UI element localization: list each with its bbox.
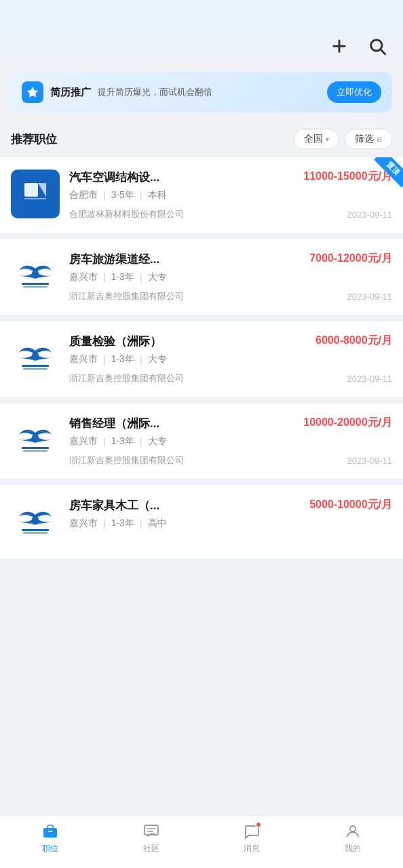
job-info-2: 房车旅游渠道经... 7000-12000元/月 嘉兴市 | 1-3年 | 大专… — [69, 252, 392, 302]
job-education-5: 高中 — [148, 517, 167, 530]
svg-rect-14 — [22, 447, 49, 449]
job-salary-2: 7000-12000元/月 — [309, 252, 392, 266]
job-salary-5: 5000-10000元/月 — [309, 498, 392, 512]
job-tags-2: 嘉兴市 | 1-3年 | 大专 — [69, 271, 392, 283]
filter-buttons: 全国 ▾ 筛选 ⊟ — [294, 129, 392, 149]
job-location-1: 合肥市 — [69, 189, 98, 201]
resume-promote-icon — [22, 81, 43, 103]
job-card-2[interactable]: 房车旅游渠道经... 7000-12000元/月 嘉兴市 | 1-3年 | 大专… — [0, 239, 403, 315]
job-card-3[interactable]: 质量检验（洲际） 6000-8000元/月 嘉兴市 | 1-3年 | 大专 浙江… — [0, 321, 403, 397]
community-icon — [142, 823, 160, 840]
filter-icon: ⊟ — [377, 136, 382, 143]
job-salary-3: 6000-8000元/月 — [315, 334, 392, 348]
job-info-4: 销售经理（洲际... 10000-20000元/月 嘉兴市 | 1-3年 | 大… — [69, 416, 392, 467]
svg-rect-12 — [23, 368, 47, 370]
svg-line-3 — [381, 50, 385, 54]
svg-point-7 — [32, 270, 39, 277]
region-filter-button[interactable]: 全国 ▾ — [294, 129, 339, 149]
job-title-1: 汽车空调结构设... — [69, 170, 298, 185]
resume-promote-banner[interactable]: 简历推广 提升简历爆光，面试机会翻倍 立即优化 — [11, 72, 392, 113]
job-experience-1: 3-5年 — [111, 189, 134, 201]
company-logo-1 — [11, 170, 60, 218]
job-tags-4: 嘉兴市 | 1-3年 | 大专 — [69, 435, 392, 448]
company-name-2: 浙江新吉奥控股集团有限公司 — [69, 290, 184, 302]
svg-rect-17 — [22, 529, 49, 531]
job-experience-2: 1-3年 — [111, 271, 134, 283]
nav-community[interactable]: 社区 — [131, 823, 172, 854]
filter-button[interactable]: 筛选 ⊟ — [345, 129, 392, 149]
job-education-4: 大专 — [148, 435, 167, 448]
job-list: 置顶 汽车空调结构设... 11000-15000元/月 — [0, 157, 403, 559]
job-experience-5: 1-3年 — [111, 517, 134, 530]
banner-optimize-button[interactable]: 立即优化 — [327, 81, 381, 103]
nav-profile[interactable]: 我的 — [332, 823, 373, 854]
section-header: 推荐职位 全国 ▾ 筛选 ⊟ — [0, 123, 403, 157]
job-tags-3: 嘉兴市 | 1-3年 | 大专 — [69, 353, 392, 366]
top-badge: 置顶 — [368, 157, 403, 193]
nav-profile-label: 我的 — [345, 843, 361, 854]
nav-job-label: 职位 — [42, 843, 58, 854]
profile-icon — [344, 823, 362, 840]
job-title-2: 房车旅游渠道经... — [69, 252, 304, 267]
svg-rect-8 — [22, 283, 49, 285]
nav-message[interactable]: 消息 — [231, 823, 272, 854]
job-salary-4: 10000-20000元/月 — [303, 416, 392, 430]
company-name-1: 合肥波林新材料股份有限公司 — [69, 208, 184, 220]
svg-rect-6 — [24, 198, 46, 199]
job-card-4[interactable]: 销售经理（洲际... 10000-20000元/月 嘉兴市 | 1-3年 | 大… — [0, 403, 403, 479]
job-info-5: 房车家具木工（... 5000-10000元/月 嘉兴市 | 1-3年 | 高中 — [69, 498, 392, 530]
banner-title: 简历推广 — [50, 86, 91, 99]
search-button[interactable] — [365, 34, 389, 58]
job-experience-4: 1-3年 — [111, 435, 134, 448]
post-date-2: 2023-09-11 — [347, 292, 393, 302]
svg-rect-4 — [24, 183, 38, 197]
section-title: 推荐职位 — [11, 132, 57, 147]
company-name-3: 浙江新吉奥控股集团有限公司 — [69, 372, 184, 384]
svg-rect-9 — [23, 286, 47, 288]
message-icon — [243, 823, 261, 840]
job-location-2: 嘉兴市 — [69, 271, 98, 283]
job-title-3: 质量检验（洲际） — [69, 334, 310, 349]
company-logo-4 — [11, 416, 60, 465]
job-education-2: 大专 — [148, 271, 167, 283]
job-info-1: 汽车空调结构设... 11000-15000元/月 合肥市 | 3-5年 | 本… — [69, 170, 392, 220]
company-logo-5 — [11, 498, 60, 547]
job-tags-1: 合肥市 | 3-5年 | 本科 — [69, 189, 392, 201]
svg-rect-19 — [43, 828, 57, 837]
banner-description: 提升简历爆光，面试机会翻倍 — [98, 86, 320, 98]
job-card-5[interactable]: 房车家具木工（... 5000-10000元/月 嘉兴市 | 1-3年 | 高中 — [0, 486, 403, 559]
job-icon — [41, 823, 59, 840]
svg-rect-15 — [23, 450, 47, 452]
job-card-1[interactable]: 置顶 汽车空调结构设... 11000-15000元/月 — [0, 157, 403, 233]
svg-rect-21 — [145, 825, 158, 835]
bottom-navigation: 职位 社区 消息 我的 — [0, 815, 403, 868]
post-date-1: 2023-09-11 — [347, 210, 393, 220]
job-experience-3: 1-3年 — [111, 353, 134, 366]
job-location-4: 嘉兴市 — [69, 435, 98, 448]
job-education-3: 大专 — [148, 353, 167, 366]
post-date-3: 2023-09-11 — [347, 374, 393, 384]
svg-rect-20 — [48, 831, 52, 832]
job-title-4: 销售经理（洲际... — [69, 416, 298, 431]
header — [0, 0, 403, 65]
svg-point-13 — [32, 434, 39, 441]
svg-marker-5 — [38, 183, 46, 197]
post-date-4: 2023-09-11 — [347, 456, 393, 466]
svg-point-24 — [350, 826, 356, 831]
chevron-down-icon: ▾ — [326, 136, 329, 143]
company-logo-2 — [11, 252, 60, 300]
add-button[interactable] — [327, 34, 351, 58]
job-info-3: 质量检验（洲际） 6000-8000元/月 嘉兴市 | 1-3年 | 大专 浙江… — [69, 334, 392, 384]
nav-community-label: 社区 — [143, 843, 159, 854]
company-name-4: 浙江新吉奥控股集团有限公司 — [69, 454, 184, 467]
svg-rect-18 — [23, 532, 47, 534]
job-education-1: 本科 — [148, 189, 167, 201]
job-tags-5: 嘉兴市 | 1-3年 | 高中 — [69, 517, 392, 530]
job-location-5: 嘉兴市 — [69, 517, 98, 530]
job-location-3: 嘉兴市 — [69, 353, 98, 366]
svg-rect-11 — [22, 365, 49, 367]
company-logo-3 — [11, 334, 60, 382]
nav-message-label: 消息 — [244, 843, 260, 854]
svg-point-10 — [32, 352, 39, 359]
nav-job[interactable]: 职位 — [30, 823, 71, 854]
